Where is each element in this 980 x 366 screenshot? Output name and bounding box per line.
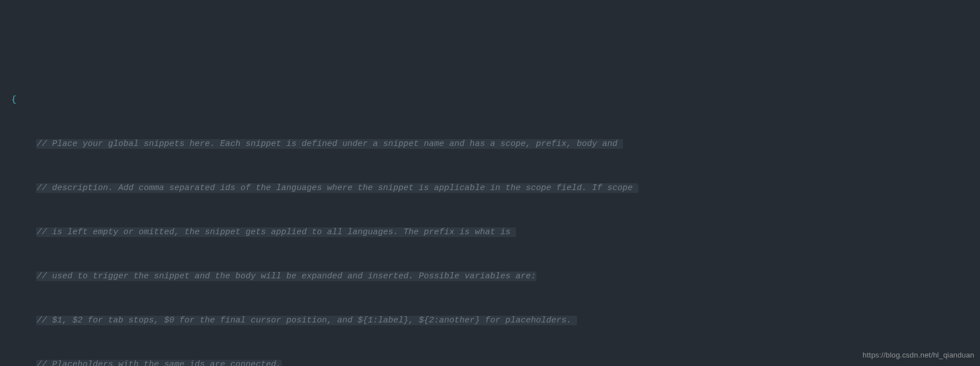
comment-line: // Place your global snippets here. Each… [36, 139, 623, 149]
comment-line: // is left empty or omitted, the snippet… [36, 227, 516, 237]
open-brace: { [11, 95, 16, 105]
comment-line: // description. Add comma separated ids … [36, 183, 638, 193]
watermark-text: https://blog.csdn.net/hl_qianduan [863, 348, 974, 363]
comment-line: // used to trigger the snippet and the b… [36, 272, 536, 281]
code-editor[interactable]: { // Place your global snippets here. Ea… [0, 59, 980, 366]
comment-line: // Placeholders with the same ids are co… [36, 360, 282, 366]
comment-line: // $1, $2 for tab stops, $0 for the fina… [36, 316, 577, 325]
